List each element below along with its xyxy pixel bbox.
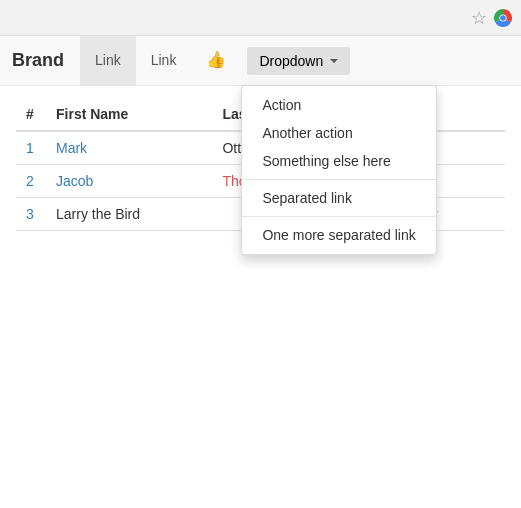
browser-chrome-bar: ☆ bbox=[0, 0, 521, 36]
col-header-num: # bbox=[16, 98, 46, 131]
nav-link-icon[interactable]: 👍 bbox=[191, 36, 241, 85]
dropdown-divider-2 bbox=[242, 216, 435, 217]
first-name-link-2[interactable]: Jacob bbox=[56, 173, 93, 189]
cell-num-1: 1 bbox=[16, 131, 46, 165]
col-header-first-name: First Name bbox=[46, 98, 212, 131]
cell-num-3: 3 bbox=[16, 198, 46, 231]
dropdown-item-separated-link[interactable]: Separated link bbox=[242, 184, 435, 212]
dropdown-label: Dropdown bbox=[259, 53, 323, 69]
nav-link-1[interactable]: Link bbox=[80, 36, 136, 85]
dropdown-item-another-action[interactable]: Another action bbox=[242, 119, 435, 147]
nav-links: Link Link 👍 Dropdown Action Another acti… bbox=[80, 36, 356, 85]
first-name-link-1[interactable]: Mark bbox=[56, 140, 87, 156]
dropdown-item-action[interactable]: Action bbox=[242, 91, 435, 119]
dropdown-toggle[interactable]: Dropdown bbox=[247, 47, 350, 75]
dropdown-item-one-more[interactable]: One more separated link bbox=[242, 221, 435, 249]
star-icon[interactable]: ☆ bbox=[471, 7, 487, 29]
caret-icon bbox=[330, 59, 338, 63]
nav-link-2[interactable]: Link bbox=[136, 36, 192, 85]
dropdown-divider-1 bbox=[242, 179, 435, 180]
navbar-brand[interactable]: Brand bbox=[12, 50, 76, 71]
dropdown-item-something-else[interactable]: Something else here bbox=[242, 147, 435, 175]
chrome-icon bbox=[493, 8, 513, 28]
cell-first-2: Jacob bbox=[46, 165, 212, 198]
svg-point-2 bbox=[500, 15, 506, 21]
dropdown-menu: Action Another action Something else her… bbox=[241, 85, 436, 255]
cell-first-1: Mark bbox=[46, 131, 212, 165]
cell-num-2: 2 bbox=[16, 165, 46, 198]
navbar: Brand Link Link 👍 Dropdown Action Anothe… bbox=[0, 36, 521, 86]
dropdown-wrapper: Dropdown Action Another action Something… bbox=[241, 36, 356, 85]
